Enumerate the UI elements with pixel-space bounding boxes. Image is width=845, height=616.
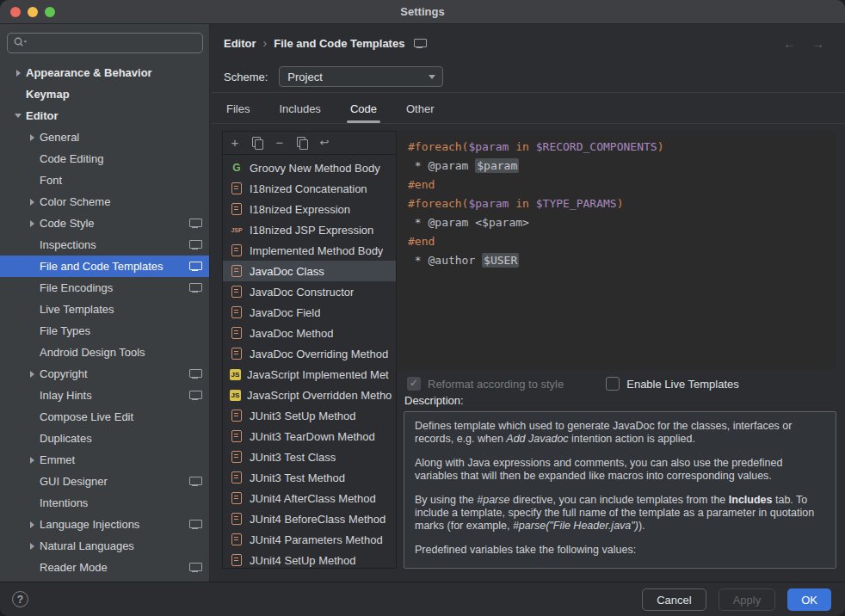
template-item-junit3-test-class[interactable]: JUnit3 Test Class — [223, 447, 396, 467]
template-item-groovy-new-method-body[interactable]: GGroovy New Method Body — [223, 157, 396, 178]
copy-template-button[interactable] — [293, 134, 311, 151]
sidebar-item-file-and-code-templates[interactable]: File and Code Templates — [0, 256, 209, 277]
sidebar-item-editor[interactable]: Editor — [0, 105, 209, 126]
close-window-button[interactable] — [10, 7, 21, 17]
sidebar-item-emmet[interactable]: Emmet — [0, 449, 209, 471]
chevron-right-icon[interactable] — [24, 363, 40, 385]
javascript-icon: JS — [230, 369, 241, 380]
add-template-button[interactable] — [225, 134, 244, 151]
chevron-down-icon[interactable] — [10, 105, 26, 126]
chevron-right-icon[interactable] — [24, 191, 40, 213]
template-item-label: JUnit4 SetUp Method — [250, 554, 356, 567]
sidebar-item-file-types[interactable]: File Types — [0, 320, 209, 342]
template-item-i18nized-expression[interactable]: I18nized Expression — [223, 199, 396, 219]
sidebar-item-label: Natural Languages — [40, 539, 134, 552]
sidebar-item-language-injections[interactable]: Language Injections — [0, 514, 209, 535]
sidebar-item-label: Duplicates — [40, 432, 92, 445]
template-item-implemented-method-body[interactable]: Implemented Method Body — [223, 240, 396, 261]
template-item-label: I18nized JSP Expression — [250, 224, 373, 237]
sidebar-item-reader-mode[interactable]: Reader Mode — [0, 557, 209, 578]
sidebar-item-label: Color Scheme — [40, 195, 110, 208]
sidebar-item-appearance-behavior[interactable]: Appearance & Behavior — [0, 62, 209, 83]
template-item-junit3-test-method[interactable]: JUnit3 Test Method — [223, 467, 396, 488]
chevron-right-icon[interactable] — [24, 449, 40, 471]
help-button[interactable]: ? — [12, 591, 28, 607]
template-item-javadoc-field[interactable]: JavaDoc Field — [223, 302, 396, 323]
template-item-label: JavaDoc Overriding Method — [250, 348, 388, 360]
sidebar-item-live-templates[interactable]: Live Templates — [0, 299, 209, 320]
ok-button[interactable]: OK — [787, 588, 831, 611]
chevron-right-icon[interactable] — [24, 213, 40, 234]
back-button[interactable]: ← — [783, 36, 796, 51]
template-item-javadoc-class[interactable]: JavaDoc Class — [223, 261, 396, 281]
template-item-i18nized-jsp-expression[interactable]: JSPI18nized JSP Expression — [223, 219, 396, 240]
remove-template-button[interactable] — [270, 134, 289, 151]
file-template-icon — [230, 265, 244, 277]
tab-other[interactable]: Other — [404, 101, 436, 123]
search-icon — [13, 36, 28, 51]
sidebar-item-label: Appearance & Behavior — [26, 66, 152, 79]
template-item-junit3-teardown-method[interactable]: JUnit3 TearDown Method — [223, 426, 396, 447]
sidebar-item-duplicates[interactable]: Duplicates — [0, 428, 209, 449]
template-item-junit3-setup-method[interactable]: JUnit3 SetUp Method — [223, 405, 396, 426]
template-item-label: JavaDoc Class — [250, 265, 324, 278]
description-text-run: #parse("File Header.java") — [513, 520, 638, 532]
sidebar-item-font[interactable]: Font — [0, 169, 209, 191]
sidebar-item-file-encodings[interactable]: File Encodings — [0, 277, 209, 299]
chevron-right-icon[interactable] — [24, 514, 40, 535]
tab-code[interactable]: Code — [348, 101, 379, 123]
sidebar-item-general[interactable]: General — [0, 126, 209, 148]
chevron-right-icon[interactable] — [10, 62, 26, 83]
sidebar-item-copyright[interactable]: Copyright — [0, 363, 209, 385]
template-item-javadoc-overriding-method[interactable]: JavaDoc Overriding Method — [223, 343, 396, 364]
tab-files[interactable]: Files — [225, 101, 251, 123]
template-item-javascript-implemented-met[interactable]: JSJavaScript Implemented Met — [223, 364, 396, 385]
sidebar-item-color-scheme[interactable]: Color Scheme — [0, 191, 209, 213]
template-item-i18nized-concatenation[interactable]: I18nized Concatenation — [223, 178, 396, 199]
sidebar-item-keymap[interactable]: Keymap — [0, 83, 209, 105]
settings-search-field[interactable] — [7, 33, 203, 53]
sidebar-item-inspections[interactable]: Inspections — [0, 234, 209, 256]
sidebar-item-inlay-hints[interactable]: Inlay Hints — [0, 385, 209, 406]
template-item-label: JUnit3 TearDown Method — [250, 430, 375, 443]
minimize-window-button[interactable] — [28, 7, 38, 17]
template-item-junit4-setup-method[interactable]: JUnit4 SetUp Method — [223, 550, 396, 568]
cancel-button[interactable]: Cancel — [642, 588, 706, 611]
file-template-icon — [230, 182, 244, 194]
scheme-select[interactable]: Project — [279, 66, 443, 87]
code-token: in — [515, 140, 529, 153]
reformat-checkbox[interactable] — [407, 377, 421, 391]
create-child-template-button[interactable] — [248, 134, 267, 151]
tab-includes[interactable]: Includes — [277, 101, 322, 123]
template-item-label: JavaScript Implemented Met — [247, 368, 389, 381]
sidebar-item-natural-languages[interactable]: Natural Languages — [0, 535, 209, 557]
template-item-javadoc-method[interactable]: JavaDoc Method — [223, 323, 396, 343]
breadcrumb-item-editor[interactable]: Editor — [224, 37, 256, 50]
sidebar-item-android-design-tools[interactable]: Android Design Tools — [0, 342, 209, 363]
javascript-icon: JS — [230, 390, 241, 401]
template-item-junit4-parameters-method[interactable]: JUnit4 Parameters Method — [223, 529, 396, 550]
chevron-right-icon[interactable] — [24, 126, 40, 148]
sidebar-item-gui-designer[interactable]: GUI Designer — [0, 471, 209, 492]
template-item-junit4-beforeclass-method[interactable]: JUnit4 BeforeClass Method — [223, 508, 396, 529]
template-tabs: FilesIncludesCodeOther — [225, 101, 435, 123]
description-panel[interactable]: Defines template which used to generate … — [404, 411, 836, 569]
chevron-right-icon[interactable] — [24, 535, 40, 557]
template-editor[interactable]: #foreach($param in $RECORD_COMPONENTS) *… — [398, 131, 836, 370]
template-item-javascript-overridden-metho[interactable]: JSJavaScript Overridden Metho — [223, 385, 396, 405]
forward-button[interactable]: → — [811, 36, 824, 51]
template-item-label: JUnit4 Parameters Method — [250, 533, 383, 546]
sidebar-item-intentions[interactable]: Intentions — [0, 492, 209, 514]
template-item-javadoc-constructor[interactable]: JavaDoc Constructor — [223, 281, 396, 302]
settings-tree: Appearance & BehaviorKeymapEditorGeneral… — [0, 62, 209, 582]
sidebar-item-compose-live-edit[interactable]: Compose Live Edit — [0, 406, 209, 428]
sidebar-item-code-editing[interactable]: Code Editing — [0, 148, 209, 169]
template-item-junit4-afterclass-method[interactable]: JUnit4 AfterClass Method — [223, 488, 396, 508]
reset-template-button[interactable] — [315, 134, 334, 151]
chevron-spacer — [24, 234, 40, 256]
sidebar-item-code-style[interactable]: Code Style — [0, 213, 209, 234]
zoom-window-button[interactable] — [45, 7, 55, 17]
apply-button[interactable]: Apply — [719, 588, 776, 611]
chevron-spacer — [10, 83, 26, 105]
live-templates-checkbox[interactable] — [606, 377, 620, 391]
